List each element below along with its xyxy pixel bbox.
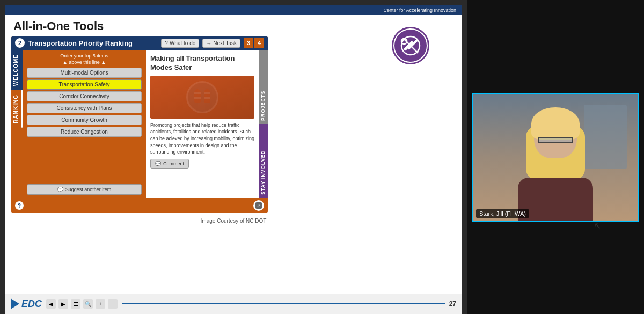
menu-item-reduce-congestion[interactable]: Reduce Congestion (27, 127, 142, 137)
tool-icon-inner (394, 30, 427, 62)
slide-title: All-in-One Tools (13, 19, 104, 33)
app-body: WELCOME RANKING Order your top 5 items ▲… (11, 50, 268, 198)
background-bookshelf (584, 105, 627, 169)
edc-arrow-icon (11, 298, 19, 309)
left-tabs: WELCOME RANKING (11, 50, 23, 198)
top-bar-label: Center for Accelerating Innovation (383, 8, 456, 13)
edc-logo: EDC (11, 298, 42, 310)
info-image (150, 76, 254, 119)
slide-content: 2 Transportation Priority Ranking ? What… (5, 36, 462, 216)
comment-icon: 💬 (155, 161, 161, 166)
right-tabs: PROJECTS STAY INVOLVED (259, 50, 268, 198)
app-bottom-bar: ? ↗ (11, 198, 268, 213)
tab-projects[interactable]: PROJECTS (259, 50, 268, 124)
question-icon: ? (165, 40, 168, 46)
app-center: Order your top 5 items ▲ above this line… (23, 50, 146, 198)
bottom-toolbar: EDC ◀ ▶ ☰ 🔍 + − 27 (5, 294, 462, 314)
prev-button[interactable]: ◀ (46, 299, 56, 309)
menu-items-list: Multi-modal Options Transportation Safet… (27, 68, 142, 137)
participant-name: Stark, Jill (FHWA) (476, 209, 529, 218)
app-interface: 2 Transportation Priority Ranking ? What… (11, 36, 268, 213)
order-instruction: Order your top 5 items ▲ above this line… (27, 53, 142, 65)
slide-top-bar: Center for Accelerating Innovation (5, 5, 462, 15)
app-title: Transportation Priority Ranking (28, 39, 158, 47)
tab-3[interactable]: 3 (244, 38, 253, 48)
menu-button[interactable]: ☰ (71, 299, 80, 309)
tab-stay-involved[interactable]: STAY INVOLVED (259, 124, 268, 198)
presentation-area: Center for Accelerating Innovation All-i… (0, 0, 467, 314)
menu-item-transportation-safety[interactable]: Transportation Safety (27, 79, 142, 90)
step-number: 2 (15, 38, 25, 48)
tab-ranking[interactable]: RANKING (11, 90, 23, 128)
nav-icon[interactable]: ↗ (253, 200, 264, 211)
page-number: 27 (449, 300, 456, 308)
image-caption: Image Courtesy of NC DOT (5, 216, 462, 226)
svg-text:↗: ↗ (257, 203, 261, 208)
menu-item-community[interactable]: Community Growth (27, 115, 142, 125)
webcam-area: Stark, Jill (FHWA) ↖ (467, 0, 644, 314)
zoom-out-button[interactable]: − (108, 299, 118, 309)
info-description: Promoting projects that help reduce traf… (150, 122, 254, 156)
tab-4[interactable]: 4 (254, 38, 264, 48)
help-button[interactable]: ? (15, 201, 24, 210)
speech-bubble-icon: 💬 (57, 187, 63, 192)
next-button[interactable]: ▶ (58, 299, 68, 309)
webcam-feed: Stark, Jill (FHWA) (472, 93, 639, 222)
slide-container: Center for Accelerating Innovation All-i… (5, 5, 462, 294)
tab-numbers: 3 4 (244, 38, 264, 48)
edc-text: EDC (21, 298, 42, 310)
search-button[interactable]: 🔍 (83, 299, 93, 309)
info-title: Making all Transportation Modes Safer (150, 54, 254, 72)
person-hair (531, 107, 580, 140)
order-text-line2: ▲ above this line ▲ (27, 60, 142, 66)
person-body (518, 178, 593, 221)
what-to-do-button[interactable]: ? What to do (161, 39, 199, 48)
menu-item-multimodal[interactable]: Multi-modal Options (27, 68, 142, 78)
comment-button[interactable]: 💬 Comment (150, 159, 189, 169)
mouse-cursor: ↖ (594, 221, 601, 231)
tab-welcome[interactable]: WELCOME (11, 50, 23, 90)
order-text-line1: Order your top 5 items (27, 53, 142, 60)
toolbar-icons: ◀ ▶ ☰ 🔍 + − (46, 299, 118, 309)
bottom-line (122, 303, 445, 304)
slide-title-area: All-in-One Tools (5, 15, 462, 36)
arrow-icon: → (206, 40, 211, 46)
person-glasses (538, 137, 573, 143)
app-header: 2 Transportation Priority Ranking ? What… (11, 36, 268, 50)
info-panel: Making all Transportation Modes Safer (146, 50, 259, 198)
zoom-in-button[interactable]: + (96, 299, 105, 309)
suggest-button[interactable]: 💬 Suggest another item (27, 184, 142, 195)
menu-item-corridor[interactable]: Corridor Connectivity (27, 91, 142, 101)
menu-item-consistency[interactable]: Consistency with Plans (27, 103, 142, 113)
tool-icon (392, 27, 429, 64)
next-task-button[interactable]: → Next Task (202, 39, 240, 48)
